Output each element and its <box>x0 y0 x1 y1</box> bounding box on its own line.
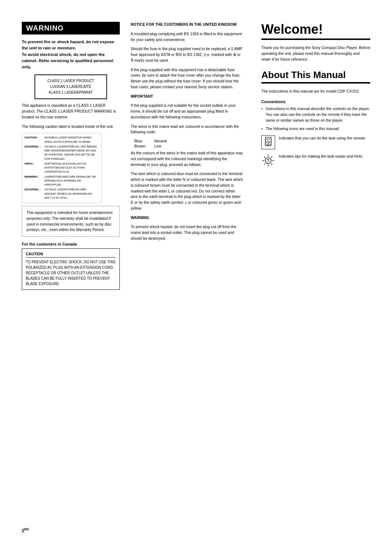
laser-line3: KLASS 1 LASERAPPARAT <box>40 90 102 96</box>
caution-row-2: ADVARSEL : USYNLIG LASERSTRÅLING VED ÅBN… <box>24 145 99 161</box>
convention-text-1: Instructions in this manual describe the… <box>266 106 370 122</box>
left-column: WARNING To prevent fire or shock hazard,… <box>22 22 131 520</box>
caution-val-5: USYNLIG LASERSTRÅLING NÅR DEKSLET ÅPNES … <box>44 187 99 200</box>
conventions-header: Conventions <box>261 100 370 104</box>
caution-border-box: CAUTION TO PREVENT ELECTRIC SHOCK, DO NO… <box>22 248 120 290</box>
caution-border-body: TO PREVENT ELECTRIC SHOCK, DO NOT USE TH… <box>26 259 116 287</box>
caution-key-5: ADVARSEL : <box>24 187 44 200</box>
right-column: Welcome! Thank you for purchasing the So… <box>254 22 370 520</box>
warning-box: WARNING <box>22 22 120 35</box>
convention-text-2: The following icons are used in this man… <box>266 126 340 131</box>
warning-bold2: To avoid electrical shock, do not open t… <box>22 52 113 69</box>
icon2-desc: Indicates tips for making the task easie… <box>279 154 363 159</box>
caution-border-header: CAUTION <box>26 252 116 258</box>
canada-heading: For the customers in Canada <box>22 242 120 246</box>
svg-point-3 <box>266 142 268 143</box>
icon1-desc: Indicates that you can do the task using… <box>279 135 366 141</box>
main-content: WARNING To prevent fire or shock hazard,… <box>22 22 370 520</box>
page-num-text: 2 <box>22 528 24 533</box>
caution-val-3: AVATTAESSA JA SUOJALUKITUS OHITETTAESSA … <box>44 162 99 174</box>
wire-blue-value: Neutral <box>154 139 167 143</box>
welcome-title: Welcome! <box>261 22 370 40</box>
warning-sub-text: To prevent shock hazard, do not insert t… <box>131 224 243 241</box>
svg-line-11 <box>264 157 266 158</box>
caution-key-3: VAROI : <box>24 162 44 174</box>
welcome-text: Thank you for purchasing the Sony Compac… <box>261 45 370 62</box>
caution-val-1: INVISIBLE LASER RADIATION WHEN OPEN. AVO… <box>44 135 99 144</box>
notice-para3: If the plug supplied with this equipment… <box>131 67 243 90</box>
caution-val-2: USYNLIG LASERSTRÅLING VED ÅBNING NÅR SIK… <box>44 145 99 161</box>
wire-blue-row: Blue: Neutral <box>134 139 243 143</box>
caution-key-4: WARNING : <box>24 175 44 187</box>
convention-item-2: The following icons are used in this man… <box>261 126 370 132</box>
canada-section: For the customers in Canada CAUTION TO P… <box>22 242 120 290</box>
svg-point-2 <box>268 142 269 143</box>
page-number: 2EN <box>22 527 370 533</box>
wire-table: Blue: Neutral Brown: Live <box>134 139 243 148</box>
important-header: IMPORTANT <box>131 94 243 100</box>
notice-para1: A moulded plug complying with BS 1363 is… <box>131 31 243 43</box>
wire-brown-value: Live <box>154 144 161 148</box>
convention-item-1: Instructions in this manual describe the… <box>261 106 370 123</box>
icon-row-1: Indicates that you can do the task using… <box>261 135 370 149</box>
page-num-suffix: EN <box>24 527 29 531</box>
laser-line2: LUOKAN 1 LASERLAITE <box>40 84 102 90</box>
caution-label-intro: The following caution label is located i… <box>22 124 120 130</box>
model-text: The instructions in this manual are for … <box>261 89 370 94</box>
wire-intro: The wires in this mains lead are coloure… <box>131 124 243 135</box>
caution-key-2: ADVARSEL : <box>24 145 44 161</box>
icon-row-2: ? Indicates tips for making the task eas… <box>261 154 370 167</box>
warning-body: To prevent fire or shock hazard, do not … <box>22 39 120 70</box>
home-use-box: This equipment is intended for home ente… <box>22 206 120 237</box>
wire-body2: The wire which is coloured blue must be … <box>131 171 243 211</box>
warning-heading: WARNING <box>26 24 115 32</box>
tips-svg: ? <box>262 154 275 167</box>
caution-row-1: CAUTION : INVISIBLE LASER RADIATION WHEN… <box>24 135 99 144</box>
svg-text:?: ? <box>267 158 270 163</box>
notice-para2: Should the fuse in the plug supplied nee… <box>131 46 243 63</box>
appliance-text: This appliance is classified as a CLASS … <box>22 103 120 120</box>
svg-rect-1 <box>267 138 270 140</box>
caution-row-5: ADVARSEL : USYNLIG LASERSTRÅLING NÅR DEK… <box>24 187 99 200</box>
about-title: About This Manual <box>261 69 370 84</box>
home-use-text: This equipment is intended for home ente… <box>26 210 115 233</box>
remote-icon <box>261 135 275 149</box>
caution-key-1: CAUTION : <box>24 135 44 144</box>
caution-row-3: VAROI : AVATTAESSA JA SUOJALUKITUS OHITE… <box>24 162 99 174</box>
svg-point-4 <box>269 142 270 143</box>
middle-column: NOTICE FOR THE CUSTOMERS IN THE UNITED K… <box>131 22 254 520</box>
page: WARNING To prevent fire or shock hazard,… <box>0 0 392 555</box>
laser-line1: CLASS 1 LASER PRODUCT <box>40 78 102 84</box>
wire-brown-row: Brown: Live <box>134 144 243 148</box>
warning-sub-header: WARNING <box>131 215 243 221</box>
wire-body: As the colours of the wires in the mains… <box>131 150 243 167</box>
tips-icon: ? <box>261 154 275 167</box>
svg-line-12 <box>271 163 273 165</box>
svg-line-14 <box>264 163 266 165</box>
warning-bold1: To prevent fire or shock hazard, do not … <box>22 40 114 50</box>
conventions-list: Instructions in this manual describe the… <box>261 106 370 132</box>
important-text: If the plug supplied is not suitable for… <box>131 103 243 120</box>
caution-row-4: WARNING : LASERSTRÅLNING NÄR DENNA DEL Ä… <box>24 175 99 187</box>
notice-title: NOTICE FOR THE CUSTOMERS IN THE UNITED K… <box>131 22 243 28</box>
caution-val-4: LASERSTRÅLNING NÄR DENNA DEL ÄR ÖPPNAD O… <box>44 175 99 187</box>
laser-label-box: CLASS 1 LASER PRODUCT LUOKAN 1 LASERLAIT… <box>34 74 107 99</box>
svg-line-13 <box>271 157 273 158</box>
remote-svg <box>264 137 272 148</box>
wire-brown-label: Brown: <box>134 144 154 148</box>
caution-label-box: CAUTION : INVISIBLE LASER RADIATION WHEN… <box>22 133 102 203</box>
wire-blue-label: Blue: <box>134 139 154 143</box>
